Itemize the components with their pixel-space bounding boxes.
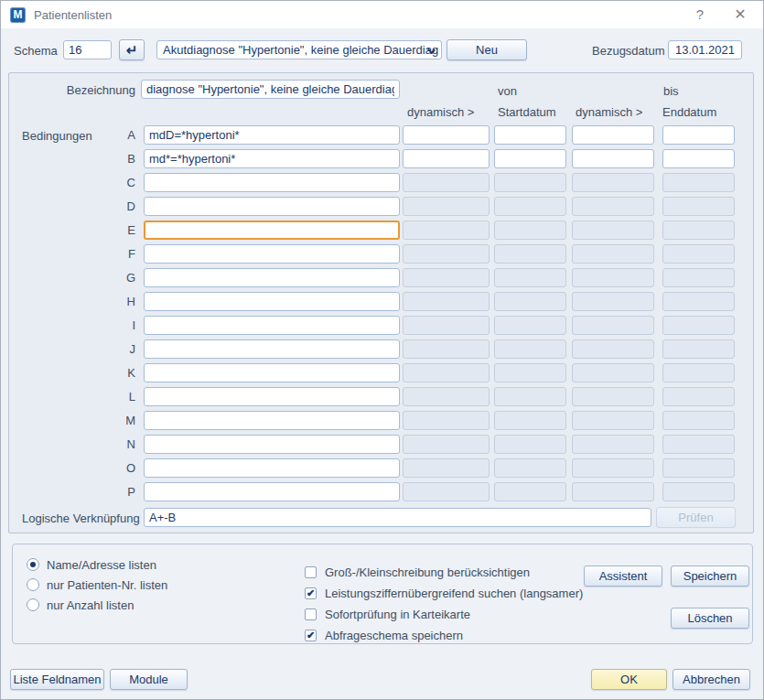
radio-icon[interactable] xyxy=(27,558,39,571)
end-date-input-H[interactable] xyxy=(662,292,735,311)
end-date-input-M[interactable] xyxy=(662,411,735,430)
start-date-input-D[interactable] xyxy=(494,197,566,216)
logische-verknuepfung-input[interactable] xyxy=(144,508,651,527)
dynamic-from-input-G[interactable] xyxy=(403,268,490,287)
radio-option[interactable]: nur Patienten-Nr. listen xyxy=(27,577,167,592)
condition-input-L[interactable] xyxy=(144,387,400,406)
condition-input-P[interactable] xyxy=(144,482,400,501)
end-date-input-K[interactable] xyxy=(662,363,735,382)
dynamic-from-input-O[interactable] xyxy=(403,458,490,478)
start-date-input-L[interactable] xyxy=(494,387,566,406)
condition-input-F[interactable] xyxy=(144,244,400,264)
end-date-input-A[interactable] xyxy=(662,125,735,145)
start-date-input-H[interactable] xyxy=(494,292,566,311)
start-date-input-A[interactable] xyxy=(494,125,566,145)
condition-input-M[interactable] xyxy=(144,411,400,430)
condition-input-C[interactable] xyxy=(144,173,400,192)
start-date-input-J[interactable] xyxy=(494,339,566,359)
start-date-input-C[interactable] xyxy=(494,173,566,192)
dynamic-to-input-E[interactable] xyxy=(572,221,654,240)
radio-icon[interactable] xyxy=(27,598,39,611)
condition-input-D[interactable] xyxy=(144,197,400,216)
end-date-input-F[interactable] xyxy=(662,244,735,264)
end-date-input-P[interactable] xyxy=(662,482,735,501)
checkbox-checked-icon[interactable]: ✔ xyxy=(305,630,317,641)
dynamic-from-input-C[interactable] xyxy=(403,173,490,192)
checkbox-checked-icon[interactable]: ✔ xyxy=(305,587,317,599)
ok-button[interactable]: OK xyxy=(591,669,667,690)
condition-input-A[interactable] xyxy=(144,125,400,145)
end-date-input-C[interactable] xyxy=(662,173,735,192)
help-button[interactable]: ? xyxy=(684,1,716,28)
dynamic-to-input-D[interactable] xyxy=(572,197,654,216)
start-date-input-E[interactable] xyxy=(494,221,566,240)
dynamic-to-input-G[interactable] xyxy=(572,268,654,287)
dynamic-to-input-K[interactable] xyxy=(572,363,654,382)
condition-input-E[interactable] xyxy=(144,221,400,240)
condition-input-G[interactable] xyxy=(144,268,400,287)
dynamic-from-input-I[interactable] xyxy=(403,316,490,335)
bezeichnung-input[interactable] xyxy=(141,80,400,99)
dynamic-to-input-P[interactable] xyxy=(572,482,654,501)
start-date-input-O[interactable] xyxy=(494,458,566,478)
dynamic-from-input-B[interactable] xyxy=(403,149,490,168)
condition-input-K[interactable] xyxy=(144,363,400,382)
dynamic-to-input-N[interactable] xyxy=(572,435,654,454)
dynamic-from-input-A[interactable] xyxy=(403,125,490,145)
dynamic-to-input-A[interactable] xyxy=(572,125,654,145)
close-icon[interactable]: ✕ xyxy=(725,1,756,28)
end-date-input-I[interactable] xyxy=(662,316,735,335)
start-date-input-M[interactable] xyxy=(494,411,566,430)
checkbox-option[interactable]: ✔Leistungsziffernübergreifend suchen (la… xyxy=(305,586,583,600)
radio-option[interactable]: nur Anzahl listen xyxy=(27,598,167,612)
condition-input-O[interactable] xyxy=(144,458,400,478)
condition-input-I[interactable] xyxy=(144,316,400,335)
end-date-input-D[interactable] xyxy=(662,197,735,216)
condition-input-N[interactable] xyxy=(144,435,400,454)
loeschen-button[interactable]: Löschen xyxy=(671,608,749,629)
end-date-input-E[interactable] xyxy=(662,221,735,240)
checkbox-unchecked-icon[interactable] xyxy=(305,608,317,620)
start-date-input-P[interactable] xyxy=(494,482,566,501)
checkbox-option[interactable]: Sofortprüfung in Karteikarte xyxy=(305,607,583,621)
dynamic-from-input-H[interactable] xyxy=(403,292,490,311)
dynamic-from-input-E[interactable] xyxy=(403,221,490,240)
start-date-input-K[interactable] xyxy=(494,363,566,382)
start-date-input-I[interactable] xyxy=(494,316,566,335)
bezugsdatum-input[interactable] xyxy=(668,40,742,59)
dynamic-to-input-F[interactable] xyxy=(572,244,654,264)
apply-schema-button[interactable]: ↵ xyxy=(119,39,145,60)
dynamic-to-input-C[interactable] xyxy=(572,173,654,192)
dynamic-from-input-L[interactable] xyxy=(403,387,490,406)
dynamic-to-input-J[interactable] xyxy=(572,339,654,359)
checkbox-option[interactable]: ✔Abfrageschema speichern xyxy=(305,628,583,642)
dynamic-from-input-K[interactable] xyxy=(403,363,490,382)
neu-button[interactable]: Neu xyxy=(447,39,527,60)
dynamic-from-input-D[interactable] xyxy=(403,197,490,216)
abbrechen-button[interactable]: Abbrechen xyxy=(673,669,750,690)
end-date-input-L[interactable] xyxy=(662,387,735,406)
dynamic-to-input-I[interactable] xyxy=(572,316,654,335)
dynamic-to-input-M[interactable] xyxy=(572,411,654,430)
start-date-input-F[interactable] xyxy=(494,244,566,264)
speichern-button[interactable]: Speichern xyxy=(671,565,749,587)
start-date-input-N[interactable] xyxy=(494,435,566,454)
condition-input-B[interactable] xyxy=(144,149,400,168)
end-date-input-B[interactable] xyxy=(662,149,735,168)
liste-feldnamen-button[interactable]: Liste Feldnamen xyxy=(10,669,104,690)
dynamic-to-input-H[interactable] xyxy=(572,292,654,311)
dynamic-from-input-F[interactable] xyxy=(403,244,490,264)
end-date-input-O[interactable] xyxy=(662,458,735,478)
radio-icon[interactable] xyxy=(27,578,39,591)
end-date-input-N[interactable] xyxy=(662,435,735,454)
start-date-input-G[interactable] xyxy=(494,268,566,287)
dynamic-from-input-P[interactable] xyxy=(403,482,490,501)
radio-option[interactable]: Name/Adresse listen xyxy=(27,557,167,572)
dynamic-from-input-J[interactable] xyxy=(403,339,490,359)
start-date-input-B[interactable] xyxy=(494,149,566,168)
condition-input-J[interactable] xyxy=(144,339,400,359)
assistent-button[interactable]: Assistent xyxy=(584,565,662,587)
end-date-input-G[interactable] xyxy=(662,268,735,287)
module-button[interactable]: Module xyxy=(110,669,188,690)
dynamic-from-input-N[interactable] xyxy=(403,435,490,454)
